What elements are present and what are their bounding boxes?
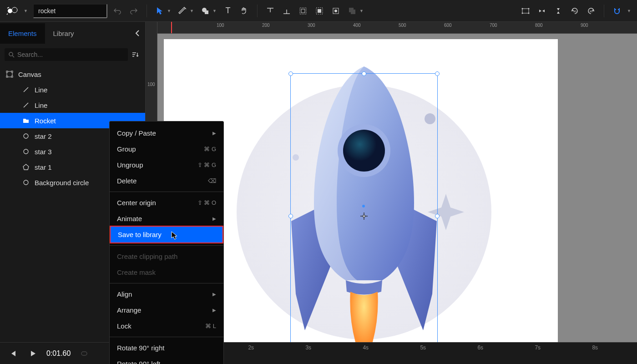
menu-item-label: Group [117,145,136,153]
svg-point-19 [522,12,523,14]
menu-rotate-90-left[interactable]: Rotate 90° left [110,356,223,364]
app-logo[interactable] [5,4,20,18]
menu-lock[interactable]: Lock⌘ L [110,318,223,334]
menu-save-to-library[interactable]: Save to library [110,226,223,243]
project-name-input[interactable] [33,4,107,18]
select-tool-caret[interactable]: ▼ [167,9,172,13]
svg-rect-16 [522,9,529,13]
mouse-cursor [171,231,178,240]
canvas-icon [5,70,14,78]
align-middle-button[interactable] [280,5,293,17]
tree-item-label: star 1 [35,163,52,171]
svg-point-20 [528,12,530,14]
select-tool[interactable] [153,5,166,17]
tree-item-label: Line [35,101,47,109]
menu-rotate-90-right[interactable]: Rotate 90° right [110,340,223,356]
shape-tool[interactable] [199,5,212,17]
rotate-cw-button[interactable]: 90 [585,5,597,17]
svg-point-42 [343,130,385,172]
sort-button[interactable] [131,51,141,58]
tree-root-label: Canvas [18,71,41,78]
search-icon [8,51,15,58]
circle-icon [22,147,30,156]
timeline-ruler[interactable]: 2s3s4s5s6s7s8s [225,343,631,364]
flip-v-button[interactable] [536,5,548,17]
playhead-marker [171,22,172,33]
pen-tool-caret[interactable]: ▼ [190,9,195,13]
line-icon [22,101,30,109]
svg-point-40 [293,154,299,161]
svg-text:90: 90 [590,10,593,13]
loop-button[interactable] [78,347,91,360]
hand-tool[interactable] [238,5,251,17]
logo-dropdown-caret[interactable]: ▼ [24,9,29,13]
menu-item-label: Lock [117,322,131,330]
undo-button[interactable] [111,5,124,17]
menu-item-label: Create mask [117,268,156,276]
svg-point-37 [24,180,28,185]
tree-item-line[interactable]: Line [0,97,145,113]
svg-point-17 [522,8,523,9]
skip-start-button[interactable] [6,347,19,360]
menu-create-clipping-path: Create clipping path [110,248,223,264]
svg-point-13 [334,10,337,12]
ungroup-button[interactable] [313,5,326,17]
menu-center-origin[interactable]: Center origin⇧ ⌘ O [110,195,223,211]
text-tool[interactable]: T [222,5,234,17]
circle-icon [22,132,30,140]
sidebar-collapse-button[interactable] [130,25,145,42]
svg-rect-30 [11,71,13,72]
mask-button[interactable] [329,5,342,17]
tree-root-canvas[interactable]: Canvas [0,66,145,82]
svg-rect-15 [351,10,355,14]
folder-icon [22,116,30,125]
svg-rect-9 [301,9,305,13]
menu-item-label: Animate [117,215,142,222]
menu-item-label: Rotate 90° left [117,360,160,364]
menu-ungroup[interactable]: Ungroup⇧ ⌘ G [110,157,223,173]
menu-item-label: Arrange [117,306,141,314]
menu-delete[interactable]: Delete⌫ [110,173,223,189]
pen-tool[interactable] [176,5,189,17]
menu-item-label: Create clipping path [117,253,177,260]
rotate-ccw-button[interactable]: 90 [568,5,581,17]
top-toolbar: ▼ ▼ ▼ ▼ T ▼ 90 90 ▼ [0,0,637,22]
align-top-button[interactable] [264,5,277,17]
boolean-caret[interactable]: ▼ [359,9,365,13]
redo-button[interactable] [127,5,140,17]
svg-line-34 [24,103,28,107]
menu-group[interactable]: Group⌘ G [110,141,223,157]
current-time: 0:01.60 [46,349,71,358]
menu-item-label: Align [117,290,132,298]
pentagon-icon [22,163,30,171]
tree-item-line[interactable]: Line [0,82,145,97]
circle-icon [22,178,30,187]
snap-caret[interactable]: ▼ [627,9,632,13]
svg-point-39 [425,113,435,124]
play-button[interactable] [26,347,39,360]
svg-point-1 [12,7,17,13]
shape-tool-caret[interactable]: ▼ [212,9,218,13]
svg-rect-29 [6,71,8,72]
svg-rect-32 [11,76,13,77]
menu-create-mask: Create mask [110,264,223,280]
svg-point-36 [24,149,28,154]
menu-animate[interactable]: Animate▶ [110,211,223,227]
menu-align[interactable]: Align▶ [110,286,223,302]
tab-library[interactable]: Library [45,23,82,44]
flip-h-button[interactable] [519,5,532,17]
svg-rect-3 [205,10,208,14]
context-menu: Copy / Paste▶Group⌘ GUngroup⇧ ⌘ GDelete⌫… [109,121,224,364]
boolean-button[interactable] [346,5,359,17]
menu-item-label: Delete [117,177,136,185]
tree-item-label: Line [35,86,47,94]
search-input[interactable] [17,51,124,58]
group-button[interactable] [297,5,309,17]
svg-point-0 [8,9,12,13]
snap-toggle[interactable] [611,5,623,17]
svg-rect-46 [81,352,87,355]
menu-copy-paste[interactable]: Copy / Paste▶ [110,125,223,141]
mirror-button[interactable] [552,5,565,17]
tab-elements[interactable]: Elements [0,23,45,44]
menu-arrange[interactable]: Arrange▶ [110,302,223,318]
